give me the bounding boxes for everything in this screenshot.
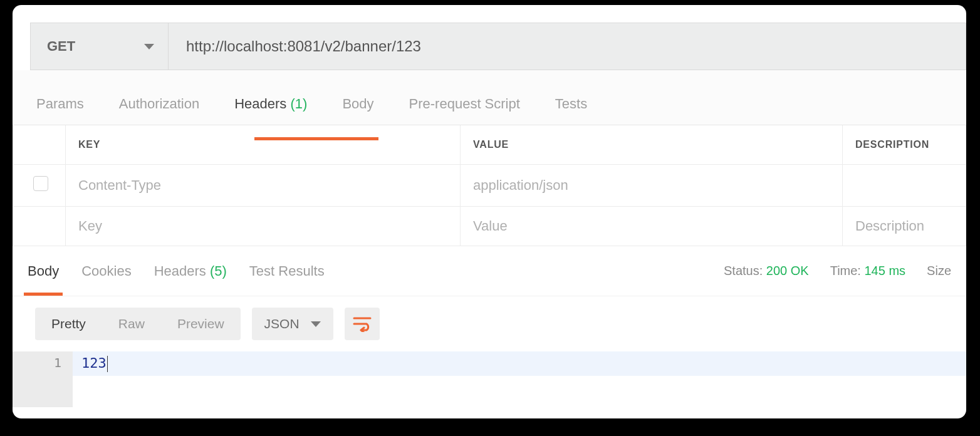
size-label: Size — [927, 264, 951, 278]
resp-tab-cookies[interactable]: Cookies — [81, 248, 131, 294]
col-description: DESCRIPTION — [843, 125, 966, 165]
time-block: Time: 145 ms — [830, 264, 905, 278]
header-key-cell[interactable]: Content-Type — [66, 165, 461, 207]
header-value-cell[interactable]: application/json — [461, 165, 843, 207]
http-method-label: GET — [47, 38, 75, 54]
response-body: 1 123 — [13, 351, 966, 376]
chevron-down-icon — [144, 44, 154, 49]
headers-table-head: KEY VALUE DESCRIPTION — [13, 125, 966, 165]
col-value: VALUE — [461, 125, 843, 165]
row-checkbox[interactable] — [33, 176, 48, 191]
app-window: GET http://localhost:8081/v2/banner/123 … — [13, 5, 966, 418]
code-line[interactable]: 123 — [73, 351, 966, 376]
request-url-input[interactable]: http://localhost:8081/v2/banner/123 — [169, 23, 966, 70]
header-desc-input[interactable]: Description — [843, 207, 966, 246]
text-cursor — [107, 356, 108, 372]
table-row-placeholder: Key Value Description — [13, 207, 966, 246]
body-toolbar: Pretty Raw Preview JSON — [13, 296, 966, 351]
header-desc-cell[interactable] — [843, 165, 966, 207]
resp-tab-body[interactable]: Body — [28, 248, 59, 294]
col-key: KEY — [66, 125, 461, 165]
body-format-select[interactable]: JSON — [252, 308, 333, 340]
tab-authorization[interactable]: Authorization — [119, 96, 199, 125]
request-bar: GET http://localhost:8081/v2/banner/123 — [30, 23, 966, 70]
view-preview[interactable]: Preview — [161, 308, 241, 340]
request-tabs: Params Authorization Headers (1) Body Pr… — [13, 70, 966, 125]
wrap-lines-button[interactable] — [345, 308, 380, 340]
tab-headers[interactable]: Headers (1) — [234, 96, 307, 125]
http-method-select[interactable]: GET — [31, 23, 169, 70]
status-block: Status: 200 OK — [724, 264, 809, 278]
view-pretty[interactable]: Pretty — [35, 308, 102, 340]
body-view-modes: Pretty Raw Preview — [35, 308, 241, 340]
code-area-blank — [13, 376, 966, 407]
line-number: 1 — [13, 351, 73, 376]
resp-tab-headers[interactable]: Headers (5) — [154, 248, 227, 294]
active-tab-underline — [254, 137, 378, 140]
tab-tests[interactable]: Tests — [555, 96, 587, 125]
header-value-input[interactable]: Value — [461, 207, 843, 246]
chevron-down-icon — [311, 321, 321, 327]
response-bar: Body Cookies Headers (5) Test Results St… — [13, 246, 966, 296]
table-row: Content-Type application/json — [13, 165, 966, 207]
wrap-icon — [353, 316, 372, 332]
tab-params[interactable]: Params — [36, 96, 84, 125]
response-tabs: Body Cookies Headers (5) Test Results — [28, 248, 325, 294]
tab-prerequest[interactable]: Pre-request Script — [409, 96, 520, 125]
tab-body[interactable]: Body — [342, 96, 373, 125]
header-key-input[interactable]: Key — [66, 207, 461, 246]
request-url-text: http://localhost:8081/v2/banner/123 — [186, 38, 421, 55]
time-value: 145 ms — [865, 264, 906, 278]
status-value: 200 OK — [766, 264, 809, 278]
response-meta: Status: 200 OK Time: 145 ms Size — [724, 264, 951, 278]
resp-tab-testresults[interactable]: Test Results — [249, 248, 325, 294]
view-raw[interactable]: Raw — [102, 308, 161, 340]
headers-table: KEY VALUE DESCRIPTION Content-Type appli… — [13, 125, 966, 246]
